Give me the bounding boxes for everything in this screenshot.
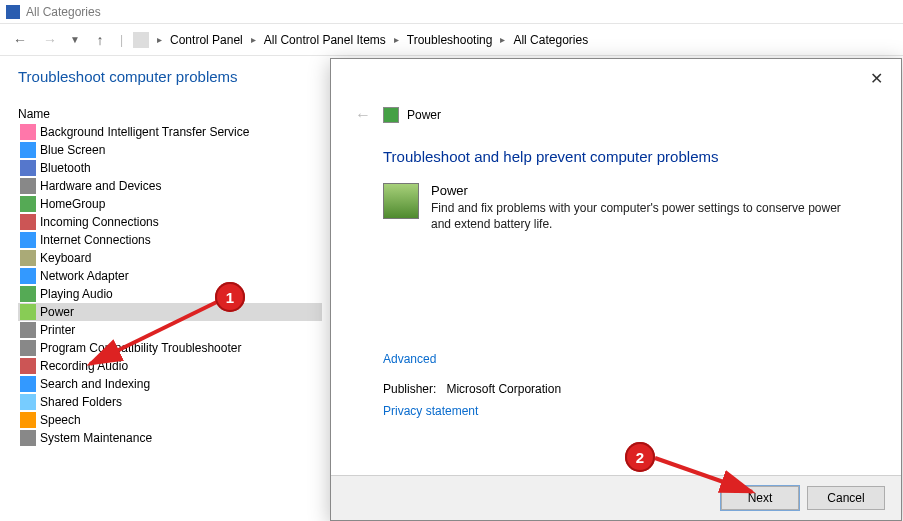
list-item-icon (20, 124, 36, 140)
list-item-icon (20, 196, 36, 212)
list-item[interactable]: Shared Folders (18, 393, 322, 411)
annotation-badge-2: 2 (625, 442, 655, 472)
list-item[interactable]: Speech (18, 411, 322, 429)
troubleshooter-description: Find and fix problems with your computer… (431, 200, 849, 232)
list-item[interactable]: Incoming Connections (18, 213, 322, 231)
dialog-title: Troubleshoot and help prevent computer p… (383, 148, 849, 165)
list-item-label: Internet Connections (40, 233, 151, 247)
troubleshooter-list: Background Intelligent Transfer ServiceB… (18, 123, 322, 447)
list-item[interactable]: Keyboard (18, 249, 322, 267)
list-item-icon (20, 250, 36, 266)
list-item-icon (20, 412, 36, 428)
list-item-icon (20, 232, 36, 248)
list-item[interactable]: Program Compatibility Troubleshooter (18, 339, 322, 357)
advanced-link[interactable]: Advanced (383, 352, 436, 366)
list-item[interactable]: Search and Indexing (18, 375, 322, 393)
list-item[interactable]: HomeGroup (18, 195, 322, 213)
privacy-link[interactable]: Privacy statement (383, 404, 478, 418)
list-item-label: Playing Audio (40, 287, 113, 301)
list-item-label: Keyboard (40, 251, 91, 265)
forward-button[interactable]: → (40, 30, 60, 50)
list-item-icon (20, 340, 36, 356)
list-item-icon (20, 358, 36, 374)
list-item-icon (20, 322, 36, 338)
list-item-label: Background Intelligent Transfer Service (40, 125, 249, 139)
list-item-label: Search and Indexing (40, 377, 150, 391)
list-item-icon (20, 178, 36, 194)
list-item-label: Power (40, 305, 74, 319)
close-button[interactable]: ✕ (864, 67, 889, 90)
list-item[interactable]: Network Adapter (18, 267, 322, 285)
page-heading: Troubleshoot computer problems (18, 68, 322, 85)
list-item[interactable]: Internet Connections (18, 231, 322, 249)
list-item-label: HomeGroup (40, 197, 105, 211)
troubleshooter-name: Power (431, 183, 849, 198)
dialog-back-button[interactable]: ← (351, 106, 375, 124)
chevron-right-icon[interactable]: ▸ (500, 34, 505, 45)
dialog-body: Troubleshoot and help prevent computer p… (331, 124, 901, 475)
window-title: All Categories (26, 5, 101, 19)
list-item-label: Speech (40, 413, 81, 427)
dialog-button-bar: Next Cancel (331, 475, 901, 520)
list-item-icon (20, 286, 36, 302)
list-item-icon (20, 268, 36, 284)
breadcrumb-item[interactable]: Control Panel (166, 31, 247, 49)
list-item-label: Shared Folders (40, 395, 122, 409)
chevron-right-icon[interactable]: ▸ (157, 34, 162, 45)
annotation-badge-1: 1 (215, 282, 245, 312)
breadcrumb-item[interactable]: All Control Panel Items (260, 31, 390, 49)
troubleshooter-summary: Power Find and fix problems with your co… (383, 183, 849, 232)
nav-separator: | (120, 33, 123, 47)
history-dropdown[interactable]: ▼ (70, 34, 80, 45)
list-item-label: Blue Screen (40, 143, 105, 157)
dialog-header-label: Power (407, 108, 441, 122)
list-item[interactable]: Bluetooth (18, 159, 322, 177)
app-icon (6, 5, 20, 19)
list-item[interactable]: Power (18, 303, 322, 321)
list-item-icon (20, 214, 36, 230)
publisher-line: Publisher: Microsoft Corporation (383, 382, 849, 396)
back-button[interactable]: ← (10, 30, 30, 50)
troubleshoot-list-pane: Troubleshoot computer problems Name Back… (0, 56, 330, 447)
chevron-right-icon[interactable]: ▸ (251, 34, 256, 45)
list-item-icon (20, 394, 36, 410)
publisher-value: Microsoft Corporation (446, 382, 561, 396)
list-item[interactable]: Background Intelligent Transfer Service (18, 123, 322, 141)
next-button[interactable]: Next (721, 486, 799, 510)
dialog-header: ← Power (331, 98, 901, 124)
list-item[interactable]: Recording Audio (18, 357, 322, 375)
power-large-icon (383, 183, 419, 219)
list-item-icon (20, 142, 36, 158)
cancel-button[interactable]: Cancel (807, 486, 885, 510)
up-button[interactable]: ↑ (90, 30, 110, 50)
troubleshooter-dialog: ✕ ← Power Troubleshoot and help prevent … (330, 58, 902, 521)
list-item-label: Hardware and Devices (40, 179, 161, 193)
list-item-label: Program Compatibility Troubleshooter (40, 341, 241, 355)
list-item-label: Bluetooth (40, 161, 91, 175)
list-item-icon (20, 160, 36, 176)
list-item-label: System Maintenance (40, 431, 152, 445)
breadcrumb-item[interactable]: Troubleshooting (403, 31, 497, 49)
list-item[interactable]: Hardware and Devices (18, 177, 322, 195)
chevron-right-icon[interactable]: ▸ (394, 34, 399, 45)
list-item-label: Incoming Connections (40, 215, 159, 229)
list-item-label: Network Adapter (40, 269, 129, 283)
navigation-bar: ← → ▼ ↑ | ▸ Control Panel ▸ All Control … (0, 24, 903, 56)
list-item-icon (20, 376, 36, 392)
power-icon (383, 107, 399, 123)
window-titlebar: All Categories (0, 0, 903, 24)
list-item[interactable]: System Maintenance (18, 429, 322, 447)
list-item[interactable]: Playing Audio (18, 285, 322, 303)
breadcrumb-item[interactable]: All Categories (509, 31, 592, 49)
breadcrumb-icon (133, 32, 149, 48)
list-item-icon (20, 430, 36, 446)
breadcrumb: ▸ Control Panel ▸ All Control Panel Item… (133, 31, 592, 49)
column-header-name[interactable]: Name (18, 107, 322, 121)
list-item-label: Recording Audio (40, 359, 128, 373)
list-item[interactable]: Printer (18, 321, 322, 339)
dialog-titlebar: ✕ (331, 59, 901, 98)
list-item-label: Printer (40, 323, 75, 337)
publisher-label: Publisher: (383, 382, 436, 396)
list-item-icon (20, 304, 36, 320)
list-item[interactable]: Blue Screen (18, 141, 322, 159)
